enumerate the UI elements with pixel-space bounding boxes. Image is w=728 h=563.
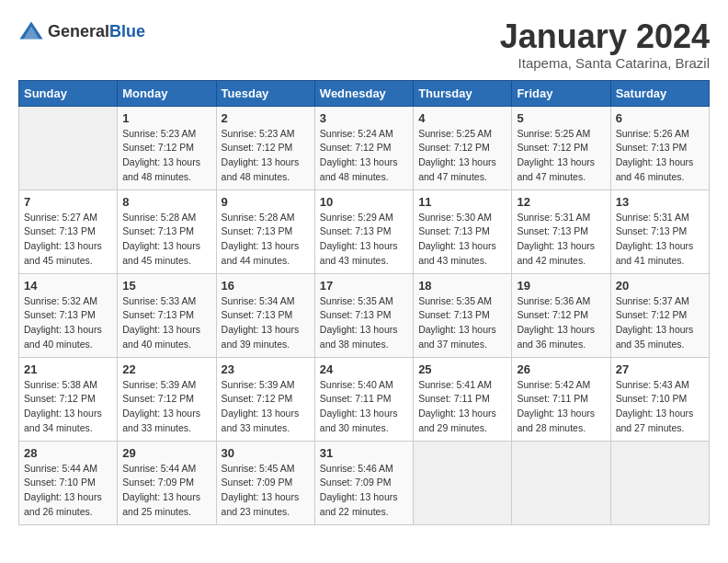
day-info: Sunrise: 5:25 AM Sunset: 7:12 PM Dayligh… bbox=[517, 127, 605, 185]
day-number: 13 bbox=[616, 195, 704, 209]
day-info: Sunrise: 5:35 AM Sunset: 7:13 PM Dayligh… bbox=[320, 294, 408, 352]
day-number: 28 bbox=[24, 446, 112, 460]
day-number: 11 bbox=[418, 195, 506, 209]
calendar-cell: 19Sunrise: 5:36 AM Sunset: 7:12 PM Dayli… bbox=[512, 273, 610, 357]
day-info: Sunrise: 5:34 AM Sunset: 7:13 PM Dayligh… bbox=[222, 294, 310, 352]
day-number: 30 bbox=[222, 446, 310, 460]
calendar-cell: 27Sunrise: 5:43 AM Sunset: 7:10 PM Dayli… bbox=[610, 357, 709, 441]
day-number: 29 bbox=[122, 446, 210, 460]
day-number: 3 bbox=[320, 111, 408, 125]
calendar-cell: 23Sunrise: 5:39 AM Sunset: 7:12 PM Dayli… bbox=[216, 357, 314, 441]
calendar-cell: 26Sunrise: 5:42 AM Sunset: 7:11 PM Dayli… bbox=[512, 357, 610, 441]
calendar-cell: 9Sunrise: 5:28 AM Sunset: 7:13 PM Daylig… bbox=[216, 190, 314, 273]
day-info: Sunrise: 5:24 AM Sunset: 7:12 PM Dayligh… bbox=[320, 127, 408, 185]
calendar-cell: 11Sunrise: 5:30 AM Sunset: 7:13 PM Dayli… bbox=[414, 190, 512, 273]
logo-general-text: General bbox=[48, 22, 109, 40]
header-friday: Friday bbox=[512, 80, 610, 106]
calendar-cell bbox=[19, 106, 118, 190]
day-info: Sunrise: 5:28 AM Sunset: 7:13 PM Dayligh… bbox=[122, 211, 210, 269]
day-number: 4 bbox=[418, 111, 506, 125]
calendar-cell: 18Sunrise: 5:35 AM Sunset: 7:13 PM Dayli… bbox=[414, 273, 512, 357]
day-number: 2 bbox=[222, 111, 310, 125]
day-number: 15 bbox=[122, 279, 210, 293]
day-info: Sunrise: 5:42 AM Sunset: 7:11 PM Dayligh… bbox=[517, 378, 605, 436]
week-row-2: 7Sunrise: 5:27 AM Sunset: 7:13 PM Daylig… bbox=[19, 190, 710, 273]
calendar-cell: 31Sunrise: 5:46 AM Sunset: 7:09 PM Dayli… bbox=[314, 441, 413, 524]
day-info: Sunrise: 5:23 AM Sunset: 7:12 PM Dayligh… bbox=[222, 127, 310, 185]
header-wednesday: Wednesday bbox=[314, 80, 413, 106]
calendar-cell: 7Sunrise: 5:27 AM Sunset: 7:13 PM Daylig… bbox=[19, 190, 118, 273]
day-number: 6 bbox=[616, 111, 704, 125]
day-number: 31 bbox=[320, 446, 408, 460]
calendar-cell: 17Sunrise: 5:35 AM Sunset: 7:13 PM Dayli… bbox=[314, 273, 413, 357]
day-info: Sunrise: 5:33 AM Sunset: 7:13 PM Dayligh… bbox=[122, 294, 210, 352]
day-number: 16 bbox=[222, 279, 310, 293]
day-number: 27 bbox=[616, 362, 704, 376]
day-info: Sunrise: 5:44 AM Sunset: 7:09 PM Dayligh… bbox=[122, 462, 210, 520]
calendar-cell: 22Sunrise: 5:39 AM Sunset: 7:12 PM Dayli… bbox=[118, 357, 216, 441]
day-info: Sunrise: 5:38 AM Sunset: 7:12 PM Dayligh… bbox=[24, 378, 112, 436]
week-row-5: 28Sunrise: 5:44 AM Sunset: 7:10 PM Dayli… bbox=[19, 441, 710, 524]
week-row-1: 1Sunrise: 5:23 AM Sunset: 7:12 PM Daylig… bbox=[19, 106, 710, 190]
calendar-cell bbox=[512, 441, 610, 524]
day-info: Sunrise: 5:30 AM Sunset: 7:13 PM Dayligh… bbox=[418, 211, 506, 269]
days-of-week-row: SundayMondayTuesdayWednesdayThursdayFrid… bbox=[19, 80, 710, 106]
calendar-cell: 8Sunrise: 5:28 AM Sunset: 7:13 PM Daylig… bbox=[118, 190, 216, 273]
day-number: 22 bbox=[122, 362, 210, 376]
day-number: 8 bbox=[122, 195, 210, 209]
calendar-body: 1Sunrise: 5:23 AM Sunset: 7:12 PM Daylig… bbox=[19, 106, 710, 524]
day-number: 26 bbox=[517, 362, 605, 376]
calendar-table: SundayMondayTuesdayWednesdayThursdayFrid… bbox=[18, 80, 710, 525]
day-info: Sunrise: 5:31 AM Sunset: 7:13 PM Dayligh… bbox=[517, 211, 605, 269]
header-sunday: Sunday bbox=[19, 80, 118, 106]
logo: GeneralBlue bbox=[18, 18, 145, 44]
day-info: Sunrise: 5:28 AM Sunset: 7:13 PM Dayligh… bbox=[222, 211, 310, 269]
day-number: 18 bbox=[418, 279, 506, 293]
header-tuesday: Tuesday bbox=[216, 80, 314, 106]
day-number: 17 bbox=[320, 279, 408, 293]
title-area: January 2024 Itapema, Santa Catarina, Br… bbox=[500, 18, 710, 71]
calendar-cell: 25Sunrise: 5:41 AM Sunset: 7:11 PM Dayli… bbox=[414, 357, 512, 441]
day-info: Sunrise: 5:41 AM Sunset: 7:11 PM Dayligh… bbox=[418, 378, 506, 436]
day-number: 14 bbox=[24, 279, 112, 293]
day-info: Sunrise: 5:39 AM Sunset: 7:12 PM Dayligh… bbox=[122, 378, 210, 436]
calendar-cell: 30Sunrise: 5:45 AM Sunset: 7:09 PM Dayli… bbox=[216, 441, 314, 524]
day-info: Sunrise: 5:39 AM Sunset: 7:12 PM Dayligh… bbox=[222, 378, 310, 436]
calendar-cell bbox=[414, 441, 512, 524]
logo-icon bbox=[18, 18, 44, 44]
week-row-3: 14Sunrise: 5:32 AM Sunset: 7:13 PM Dayli… bbox=[19, 273, 710, 357]
calendar-cell: 6Sunrise: 5:26 AM Sunset: 7:13 PM Daylig… bbox=[610, 106, 709, 190]
calendar-cell: 10Sunrise: 5:29 AM Sunset: 7:13 PM Dayli… bbox=[314, 190, 413, 273]
day-info: Sunrise: 5:31 AM Sunset: 7:13 PM Dayligh… bbox=[616, 211, 704, 269]
calendar-cell: 4Sunrise: 5:25 AM Sunset: 7:12 PM Daylig… bbox=[414, 106, 512, 190]
calendar-cell: 1Sunrise: 5:23 AM Sunset: 7:12 PM Daylig… bbox=[118, 106, 216, 190]
calendar-cell: 12Sunrise: 5:31 AM Sunset: 7:13 PM Dayli… bbox=[512, 190, 610, 273]
calendar-cell: 3Sunrise: 5:24 AM Sunset: 7:12 PM Daylig… bbox=[314, 106, 413, 190]
day-number: 25 bbox=[418, 362, 506, 376]
day-info: Sunrise: 5:40 AM Sunset: 7:11 PM Dayligh… bbox=[320, 378, 408, 436]
calendar-cell: 2Sunrise: 5:23 AM Sunset: 7:12 PM Daylig… bbox=[216, 106, 314, 190]
day-number: 9 bbox=[222, 195, 310, 209]
day-number: 24 bbox=[320, 362, 408, 376]
day-number: 5 bbox=[517, 111, 605, 125]
day-info: Sunrise: 5:43 AM Sunset: 7:10 PM Dayligh… bbox=[616, 378, 704, 436]
day-number: 20 bbox=[616, 279, 704, 293]
day-info: Sunrise: 5:32 AM Sunset: 7:13 PM Dayligh… bbox=[24, 294, 112, 352]
calendar-cell: 14Sunrise: 5:32 AM Sunset: 7:13 PM Dayli… bbox=[19, 273, 118, 357]
day-info: Sunrise: 5:23 AM Sunset: 7:12 PM Dayligh… bbox=[122, 127, 210, 185]
day-number: 21 bbox=[24, 362, 112, 376]
day-info: Sunrise: 5:25 AM Sunset: 7:12 PM Dayligh… bbox=[418, 127, 506, 185]
calendar-cell bbox=[610, 441, 709, 524]
day-number: 12 bbox=[517, 195, 605, 209]
calendar-cell: 21Sunrise: 5:38 AM Sunset: 7:12 PM Dayli… bbox=[19, 357, 118, 441]
header-saturday: Saturday bbox=[610, 80, 709, 106]
logo-blue-text: Blue bbox=[109, 22, 145, 40]
day-info: Sunrise: 5:44 AM Sunset: 7:10 PM Dayligh… bbox=[24, 462, 112, 520]
page-header: GeneralBlue January 2024 Itapema, Santa … bbox=[18, 18, 710, 71]
week-row-4: 21Sunrise: 5:38 AM Sunset: 7:12 PM Dayli… bbox=[19, 357, 710, 441]
main-title: January 2024 bbox=[500, 18, 710, 55]
day-number: 23 bbox=[222, 362, 310, 376]
day-number: 7 bbox=[24, 195, 112, 209]
calendar-cell: 15Sunrise: 5:33 AM Sunset: 7:13 PM Dayli… bbox=[118, 273, 216, 357]
header-monday: Monday bbox=[118, 80, 216, 106]
